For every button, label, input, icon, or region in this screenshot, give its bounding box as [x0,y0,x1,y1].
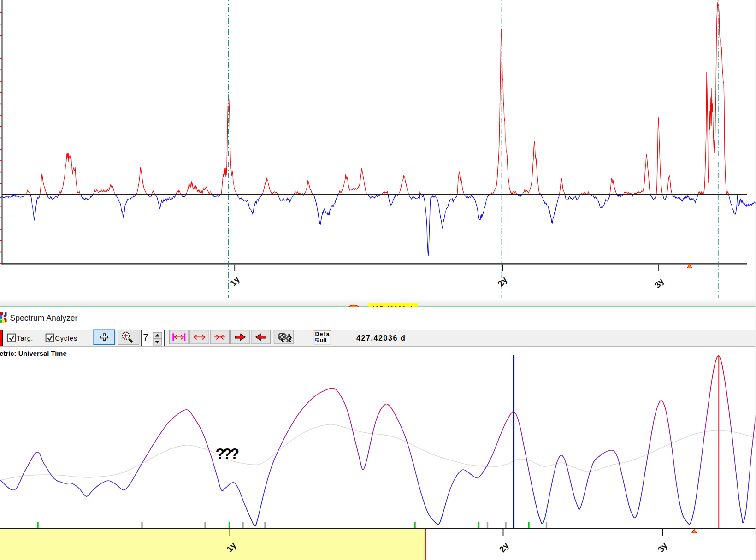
svg-text:Spectrum Analyzer: Spectrum Analyzer [10,313,78,323]
svg-text:3y: 3y [656,540,669,554]
svg-text:2y: 2y [497,540,511,554]
svg-text:427.42036 d: 427.42036 d [372,305,413,312]
svg-text:Cycles: Cycles [55,335,78,342]
svg-text:ult: ult [320,337,327,343]
svg-text:1y: 1y [228,274,242,288]
svg-text:Metric: Universal Time: Metric: Universal Time [0,350,67,357]
svg-text:3y: 3y [652,276,666,290]
svg-text:Targ.: Targ. [17,335,34,342]
svg-text:7: 7 [143,332,148,342]
svg-text:Defa: Defa [315,331,330,337]
svg-text:2y: 2y [496,275,509,289]
svg-text:???: ??? [216,446,239,462]
svg-text:427.42036 d: 427.42036 d [356,334,406,342]
